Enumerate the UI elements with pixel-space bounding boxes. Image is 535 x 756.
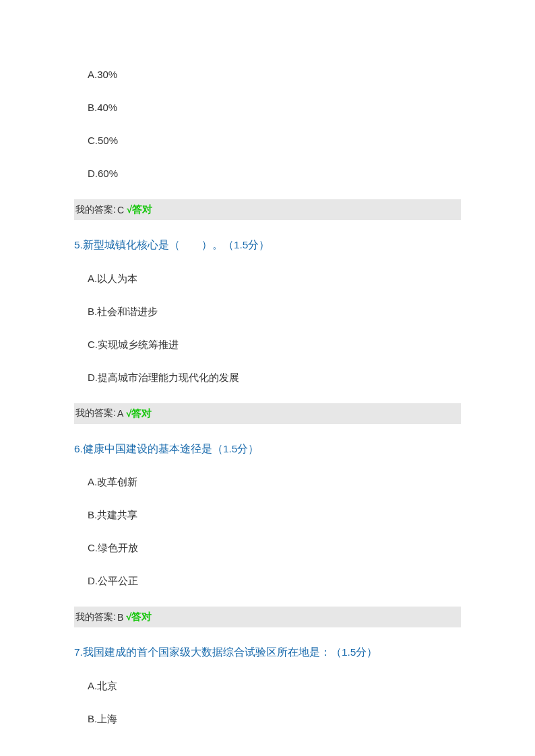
question-title: 7.我国建成的首个国家级大数据综合试验区所在地是：（1.5分） <box>74 645 461 660</box>
question-7: 7.我国建成的首个国家级大数据综合试验区所在地是：（1.5分） A.北京 B.上… <box>74 645 461 726</box>
question-6: 6.健康中国建设的基本途径是（1.5分） A.改革创新 B.共建共享 C.绿色开… <box>74 442 461 628</box>
option-text: A.改革创新 <box>88 475 461 489</box>
option-text: C.实现城乡统筹推进 <box>88 337 461 351</box>
option-text: B.上海 <box>88 712 461 726</box>
question-title: 5.新型城镇化核心是（ ）。（1.5分） <box>74 238 461 252</box>
question-title: 6.健康中国建设的基本途径是（1.5分） <box>74 442 461 456</box>
option-text: C.绿色开放 <box>88 541 461 555</box>
answer-label: 我的答案: <box>75 611 116 623</box>
question-4-remainder: A.30% B.40% C.50% D.60% 我的答案: C √答对 <box>74 67 461 220</box>
answer-correct-badge: √答对 <box>126 407 152 420</box>
option-text: A.30% <box>88 67 461 81</box>
answer-correct-badge: √答对 <box>127 203 152 216</box>
question-5: 5.新型城镇化核心是（ ）。（1.5分） A.以人为本 B.社会和谐进步 C.实… <box>74 238 461 424</box>
answer-value: C <box>117 205 124 215</box>
answer-row: 我的答案: A √答对 <box>74 403 461 424</box>
answer-label: 我的答案: <box>75 407 116 419</box>
answer-row: 我的答案: C √答对 <box>74 199 461 220</box>
option-text: A.以人为本 <box>88 271 461 285</box>
answer-value: B <box>117 612 123 623</box>
option-text: D.公平公正 <box>88 574 461 588</box>
option-text: D.提高城市治理能力现代化的发展 <box>88 370 461 384</box>
option-text: A.北京 <box>88 679 461 693</box>
answer-correct-badge: √答对 <box>126 611 152 623</box>
option-text: C.50% <box>88 133 461 147</box>
answer-row: 我的答案: B √答对 <box>74 607 461 627</box>
option-text: B.40% <box>88 100 461 114</box>
option-text: B.社会和谐进步 <box>88 304 461 318</box>
answer-label: 我的答案: <box>75 204 116 216</box>
answer-value: A <box>117 408 123 419</box>
option-text: B.共建共享 <box>88 508 461 522</box>
option-text: D.60% <box>88 166 461 180</box>
